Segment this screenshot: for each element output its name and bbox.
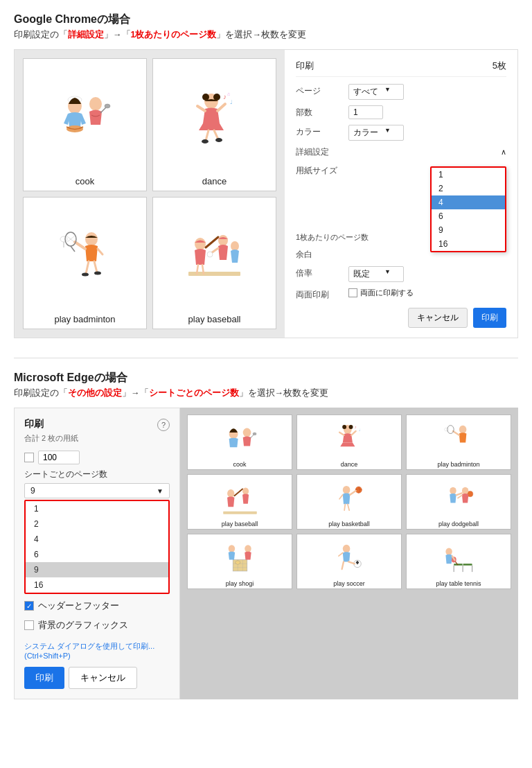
chrome-subtitle-pre: 印刷設定の「 bbox=[14, 30, 68, 40]
svg-point-30 bbox=[94, 272, 101, 275]
edge-card-baseball: play baseball bbox=[187, 474, 292, 530]
edge-dance-label: dance bbox=[341, 461, 358, 468]
edge-copies-input[interactable] bbox=[38, 451, 80, 464]
details-collapse-icon[interactable]: ∧ bbox=[501, 148, 506, 157]
svg-line-14 bbox=[206, 130, 209, 141]
edge-section-body: 印刷 ? 合計 2 枚の用紙 シートごとのページ数 9 ▼ 1 2 4 bbox=[14, 408, 518, 699]
svg-point-60 bbox=[342, 486, 350, 494]
details-row: 詳細設定 ∧ bbox=[296, 146, 506, 158]
svg-point-34 bbox=[218, 235, 228, 246]
edge-card-cook: cook bbox=[187, 414, 292, 470]
svg-line-33 bbox=[206, 237, 218, 247]
svg-line-57 bbox=[234, 489, 242, 496]
edge-preview-area: cook ♪ ♩ dance bbox=[180, 408, 518, 699]
color-select[interactable]: カラー ▼ bbox=[348, 125, 404, 141]
chrome-print-button[interactable]: 印刷 bbox=[473, 308, 506, 328]
svg-line-27 bbox=[86, 261, 89, 274]
chrome-cancel-button[interactable]: キャンセル bbox=[408, 308, 468, 328]
edge-dropdown-6[interactable]: 6 bbox=[26, 547, 168, 562]
edge-copies-checkbox[interactable] bbox=[24, 453, 34, 462]
edge-dropdown-1[interactable]: 1 bbox=[26, 501, 168, 516]
edge-select-value: 9 bbox=[30, 486, 35, 496]
edge-system-dialog-link[interactable]: システム ダイアログを使用して印刷... (Ctrl+Shift+P) bbox=[24, 641, 170, 660]
edge-shogi-image bbox=[189, 537, 290, 580]
chrome-subtitle-post: 」を選択→枚数を変更 bbox=[216, 30, 306, 40]
scale-arrow: ▼ bbox=[384, 268, 391, 275]
edge-dropdown-9[interactable]: 9 bbox=[26, 562, 168, 577]
chrome-title-suffix: の場合 bbox=[97, 13, 130, 25]
edge-dropdown-4[interactable]: 4 bbox=[26, 532, 168, 547]
page-select[interactable]: すべて ▼ bbox=[348, 84, 404, 100]
edge-header-footer-checkbox[interactable]: ✓ bbox=[24, 601, 34, 611]
duplex-value: 両面に印刷する bbox=[360, 288, 414, 298]
color-value: カラー bbox=[353, 128, 378, 137]
edge-basketball-image bbox=[299, 478, 400, 521]
dropdown-item-1[interactable]: 1 bbox=[432, 168, 505, 182]
edge-soccer-image bbox=[299, 537, 400, 580]
svg-line-82 bbox=[342, 562, 343, 570]
cook-label: cook bbox=[76, 176, 94, 188]
edge-soccer-label: play soccer bbox=[333, 580, 365, 587]
edge-header-footer-label: ヘッダーとフッター bbox=[38, 600, 119, 612]
edge-dropdown[interactable]: 1 2 4 6 9 16 bbox=[24, 500, 170, 594]
scale-label: 倍率 bbox=[296, 266, 343, 279]
svg-point-52 bbox=[459, 426, 466, 434]
svg-text:♩: ♩ bbox=[358, 428, 360, 432]
edge-help-icon[interactable]: ? bbox=[157, 419, 170, 431]
edge-baseball-image bbox=[189, 478, 290, 521]
edge-highlight2: シートごとのページ数 bbox=[149, 388, 239, 398]
edge-dodgeball-image bbox=[408, 478, 509, 521]
svg-point-68 bbox=[461, 487, 468, 495]
baseball-label: play baseball bbox=[188, 314, 241, 326]
copies-input[interactable]: 1 bbox=[348, 105, 383, 119]
chrome-highlight1: 詳細設定 bbox=[68, 30, 104, 40]
edge-title-suffix: の場合 bbox=[94, 372, 127, 383]
dropdown-item-4[interactable]: 4 bbox=[432, 195, 505, 209]
svg-line-62 bbox=[339, 495, 343, 499]
duplex-checkbox[interactable] bbox=[348, 288, 357, 297]
paper-label: 用紙サイズ bbox=[296, 164, 343, 177]
edge-card-basketball: play basketball bbox=[296, 474, 402, 530]
edge-highlight1: その他の設定 bbox=[68, 388, 122, 398]
card-badminton: play badminton bbox=[23, 197, 147, 330]
svg-line-50 bbox=[351, 431, 355, 435]
dropdown-item-6[interactable]: 6 bbox=[432, 209, 505, 223]
svg-line-15 bbox=[214, 130, 218, 139]
page-value: すべて bbox=[353, 87, 378, 96]
svg-point-66 bbox=[450, 487, 456, 495]
copies-value: 1 bbox=[353, 107, 358, 117]
dropdown-item-2[interactable]: 2 bbox=[432, 182, 505, 195]
page-row: ページ すべて ▼ bbox=[296, 84, 506, 100]
edge-dropdown-2[interactable]: 2 bbox=[26, 516, 168, 532]
edge-bg-graphics-checkbox[interactable] bbox=[24, 620, 34, 630]
edge-card-dodgeball: play dodgeball bbox=[406, 474, 511, 530]
scale-select[interactable]: 既定 ▼ bbox=[348, 266, 404, 282]
dropdown-item-16[interactable]: 16 bbox=[432, 237, 505, 251]
dropdown-item-9[interactable]: 9 bbox=[432, 223, 505, 237]
edge-table-tennis-image bbox=[408, 537, 509, 580]
pages-dropdown-list[interactable]: 1 2 4 6 9 16 bbox=[430, 166, 506, 252]
edge-subtitle-pre: 印刷設定の「 bbox=[14, 388, 68, 398]
edge-bg-graphics-row: 背景のグラフィックス bbox=[24, 619, 170, 631]
edge-cancel-button[interactable]: キャンセル bbox=[69, 667, 137, 689]
svg-line-49 bbox=[339, 433, 344, 435]
page-select-arrow: ▼ bbox=[384, 86, 391, 93]
svg-point-41 bbox=[242, 428, 251, 437]
color-label: カラー bbox=[296, 125, 343, 138]
edge-dropdown-16[interactable]: 16 bbox=[26, 577, 168, 593]
chrome-subtitle-mid: 」→「 bbox=[104, 30, 131, 40]
svg-point-18 bbox=[60, 236, 67, 242]
svg-line-13 bbox=[218, 104, 225, 111]
edge-print-button[interactable]: 印刷 bbox=[24, 667, 64, 689]
edge-header-footer-row: ✓ ヘッダーとフッター bbox=[24, 600, 170, 612]
svg-line-28 bbox=[94, 261, 97, 272]
svg-text:♫: ♫ bbox=[227, 91, 230, 96]
edge-select-row[interactable]: 9 ▼ bbox=[24, 483, 170, 498]
svg-point-43 bbox=[252, 433, 256, 435]
section-divider bbox=[14, 358, 518, 358]
svg-point-16 bbox=[202, 139, 209, 143]
svg-point-47 bbox=[342, 425, 346, 429]
edge-table-tennis-label: play table tennis bbox=[436, 580, 481, 587]
svg-point-77 bbox=[245, 546, 251, 553]
baseball-image bbox=[156, 202, 273, 312]
